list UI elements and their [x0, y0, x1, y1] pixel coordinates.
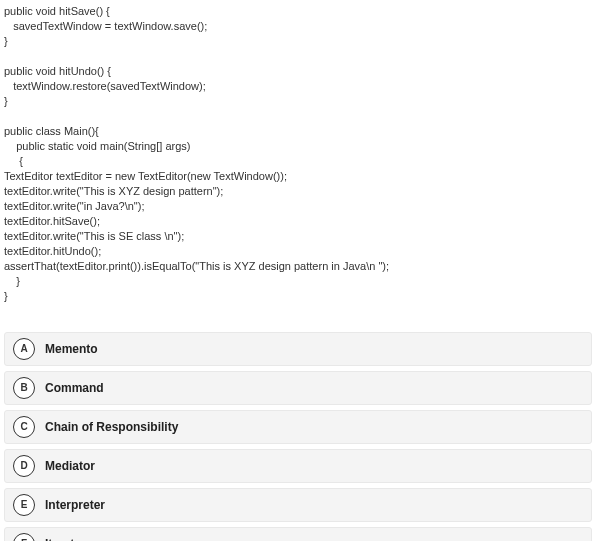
answer-label: Memento — [45, 341, 98, 358]
answer-option-c[interactable]: C Chain of Responsibility — [4, 410, 592, 444]
answer-option-d[interactable]: D Mediator — [4, 449, 592, 483]
answer-option-b[interactable]: B Command — [4, 371, 592, 405]
answer-label: Interpreter — [45, 497, 105, 514]
answers-list: A Memento B Command C Chain of Responsib… — [4, 332, 592, 541]
answer-letter-circle: C — [13, 416, 35, 438]
answer-letter-circle: F — [13, 533, 35, 541]
answer-letter-circle: B — [13, 377, 35, 399]
code-snippet: public void hitSave() { savedTextWindow … — [4, 4, 592, 304]
answer-label: Iterator — [45, 536, 86, 541]
answer-label: Mediator — [45, 458, 95, 475]
answer-label: Command — [45, 380, 104, 397]
answer-letter-circle: D — [13, 455, 35, 477]
answer-letter-circle: A — [13, 338, 35, 360]
answer-option-e[interactable]: E Interpreter — [4, 488, 592, 522]
answer-letter-circle: E — [13, 494, 35, 516]
answer-label: Chain of Responsibility — [45, 419, 178, 436]
answer-option-a[interactable]: A Memento — [4, 332, 592, 366]
answer-option-f[interactable]: F Iterator — [4, 527, 592, 541]
